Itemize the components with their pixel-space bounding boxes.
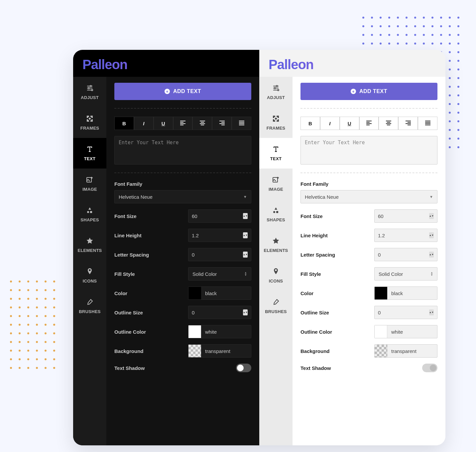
outline-size-input[interactable]: 0 ▲▼ [374, 306, 437, 319]
text-shadow-toggle[interactable] [236, 364, 251, 372]
line-height-row: Line Height 1.2 ▲▼ [114, 229, 251, 242]
background-input[interactable]: transparent [374, 344, 437, 358]
align-justify-button[interactable] [418, 117, 437, 130]
sidebar-item-image[interactable]: IMAGE [73, 169, 106, 199]
sidebar-item-image[interactable]: IMAGE [259, 169, 293, 199]
svg-rect-8 [180, 122, 183, 123]
svg-rect-6 [90, 211, 92, 213]
align-justify-icon [425, 121, 430, 126]
align-left-button[interactable] [359, 117, 379, 130]
background-label: Background [114, 348, 183, 354]
outline-color-value: white [387, 329, 407, 335]
text-input[interactable] [300, 136, 437, 165]
add-text-button[interactable]: + ADD TEXT [114, 83, 251, 100]
underline-button[interactable]: U [340, 117, 359, 130]
outline-size-input[interactable]: 0 ▲▼ [188, 306, 251, 319]
pin-icon [272, 268, 280, 277]
background-input[interactable]: transparent [188, 344, 251, 358]
sidebar-item-text[interactable]: TEXT [73, 138, 106, 169]
align-right-button[interactable] [212, 117, 232, 130]
sidebar-item-text[interactable]: TEXT [259, 138, 293, 169]
font-size-label: Font Size [114, 213, 183, 219]
bold-button[interactable]: B [300, 117, 320, 130]
color-input[interactable]: black [188, 286, 251, 300]
outline-color-input[interactable]: white [188, 325, 251, 338]
color-swatch [375, 345, 387, 357]
sidebar-item-adjust[interactable]: ADJUST [73, 77, 106, 107]
plus-icon: + [165, 89, 170, 94]
number-stepper-icon: ▲▼ [429, 252, 434, 258]
font-family-select[interactable]: Helvetica Neue ▼ [300, 190, 437, 203]
background-value: transparent [387, 348, 420, 354]
italic-button[interactable]: I [134, 117, 154, 130]
sidebar-item-brushes[interactable]: BRUSHES [259, 291, 293, 321]
align-center-button[interactable] [192, 117, 212, 130]
sidebar-item-icons[interactable]: ICONS [73, 260, 106, 291]
bold-button[interactable]: B [114, 117, 134, 130]
color-swatch [188, 345, 201, 357]
line-height-input[interactable]: 1.2 ▲▼ [188, 229, 251, 242]
add-text-button[interactable]: + ADD TEXT [300, 83, 437, 100]
letter-spacing-input[interactable]: 0 ▲▼ [188, 248, 251, 261]
svg-rect-41 [408, 125, 411, 125]
align-right-button[interactable] [398, 117, 418, 130]
sidebar-item-elements[interactable]: ELEMENTS [259, 230, 293, 260]
italic-button[interactable]: I [320, 117, 340, 130]
outline-color-label: Outline Color [114, 329, 183, 335]
image-icon [86, 176, 94, 185]
frame-icon [86, 115, 94, 124]
align-left-icon [366, 121, 372, 126]
text-shadow-toggle[interactable] [422, 364, 437, 372]
sidebar-item-label: ELEMENTS [264, 248, 288, 253]
color-input[interactable]: black [374, 286, 437, 300]
app-stage: Palleon ADJUST FRAMES TEXT IMAGE [73, 50, 445, 445]
number-stepper-icon: ▲▼ [243, 232, 248, 238]
sidebar-item-label: BRUSHES [79, 309, 101, 314]
line-height-value: 1.2 [192, 233, 199, 238]
letter-spacing-input[interactable]: 0 ▲▼ [374, 248, 437, 261]
align-justify-button[interactable] [232, 117, 251, 130]
svg-rect-43 [425, 122, 430, 123]
sidebar-item-adjust[interactable]: ADJUST [259, 77, 293, 107]
bold-icon: B [122, 121, 126, 126]
svg-rect-15 [219, 121, 225, 121]
add-text-label: ADD TEXT [359, 88, 387, 94]
svg-rect-22 [239, 125, 244, 125]
text-shadow-row: Text Shadow [114, 364, 251, 372]
panel-dark: Palleon ADJUST FRAMES TEXT IMAGE [73, 50, 259, 445]
svg-point-26 [275, 118, 277, 119]
fill-style-select[interactable]: Solid Color ▲▼ [188, 267, 251, 281]
sidebar-item-shapes[interactable]: SHAPES [73, 199, 106, 230]
sidebar-item-shapes[interactable]: SHAPES [259, 199, 293, 230]
text-input[interactable] [114, 136, 251, 165]
line-height-input[interactable]: 1.2 ▲▼ [374, 229, 437, 242]
align-center-button[interactable] [379, 117, 398, 130]
fill-style-value: Solid Color [192, 271, 217, 277]
outline-color-value: white [201, 329, 221, 335]
background-label: Background [300, 348, 369, 354]
svg-rect-10 [180, 125, 183, 125]
outline-size-value: 0 [378, 310, 381, 315]
brand-logo-light: Palleon [259, 50, 445, 77]
align-left-icon [180, 121, 185, 126]
underline-button[interactable]: U [154, 117, 173, 130]
sidebar-item-elements[interactable]: ELEMENTS [73, 230, 106, 260]
font-family-select[interactable]: Helvetica Neue ▼ [114, 190, 251, 203]
outline-color-input[interactable]: white [374, 325, 437, 338]
sidebar-item-label: ELEMENTS [77, 248, 102, 253]
fill-style-label: Fill Style [300, 271, 369, 277]
align-left-button[interactable] [173, 117, 193, 130]
sidebar-item-frames[interactable]: FRAMES [73, 107, 106, 138]
sidebar-item-icons[interactable]: ICONS [259, 260, 293, 291]
sidebar-item-brushes[interactable]: BRUSHES [73, 291, 106, 321]
fill-style-select[interactable]: Solid Color ▲▼ [374, 267, 437, 281]
sidebar-item-frames[interactable]: FRAMES [259, 107, 293, 138]
outline-color-label: Outline Color [300, 329, 369, 335]
svg-rect-34 [386, 121, 391, 121]
font-size-input[interactable]: 60 ▲▼ [188, 209, 251, 223]
svg-rect-14 [201, 125, 204, 125]
font-family-group: Font Family Helvetica Neue ▼ [114, 181, 251, 203]
svg-rect-40 [406, 123, 411, 124]
sidebar-item-label: ADJUST [81, 95, 99, 100]
font-size-input[interactable]: 60 ▲▼ [374, 209, 437, 223]
